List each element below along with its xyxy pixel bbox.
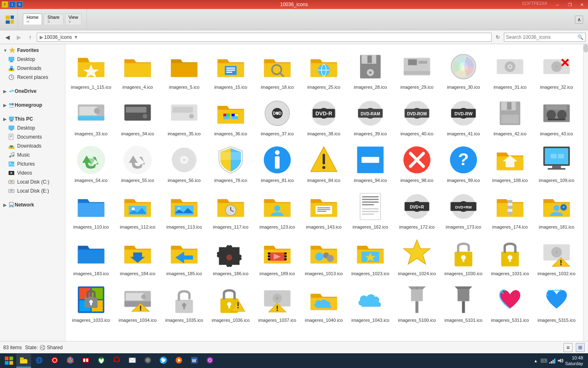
- icon-item-imageres-28-ico[interactable]: imageres_28.ico: [348, 47, 393, 92]
- taskbar-item-email[interactable]: [125, 354, 140, 368]
- view-toggle-icons[interactable]: ⊞: [576, 343, 585, 352]
- icon-item-imageres-1013-ico[interactable]: imageres_1013.ico: [301, 234, 346, 279]
- icon-item-imageres-1032-ico[interactable]: imageres_1032.ico: [534, 234, 579, 279]
- icon-item-imageres-5-ico[interactable]: imageres_5.ico: [162, 47, 207, 92]
- sidebar-item-downloads[interactable]: Downloads: [0, 64, 65, 73]
- tray-clock[interactable]: 10:48 Saturday: [565, 355, 583, 367]
- icon-item-imageres-25-ico[interactable]: imageres_25.ico: [301, 47, 346, 92]
- taskbar-item-filezilla[interactable]: [78, 354, 93, 368]
- icon-item-imageres-32-ico[interactable]: imageres_32.ico: [534, 47, 579, 92]
- icon-item-imageres-18-ico[interactable]: imageres_18.ico: [255, 47, 300, 92]
- icon-item-imageres-1-115-ico[interactable]: imageres_1_115.ico: [69, 47, 114, 92]
- icon-item-imageres-183-ico[interactable]: imageres_183.ico: [69, 234, 114, 279]
- icon-item-imageres-181-ico[interactable]: +imageres_181.ico: [534, 187, 579, 232]
- icon-item-imageres-1030-ico[interactable]: imageres_1030.ico: [441, 234, 486, 279]
- close-button[interactable]: ✕: [576, 0, 588, 9]
- taskbar-item-xbox[interactable]: [94, 354, 109, 368]
- icon-item-imageres-35-ico[interactable]: imageres_35.ico: [162, 94, 207, 139]
- taskbar-item-chrome[interactable]: [63, 354, 78, 368]
- icon-item-imageres-143-ico[interactable]: imageres_143.ico: [301, 187, 346, 232]
- start-button[interactable]: [2, 353, 16, 368]
- address-path[interactable]: ▶ 10036_icons ▼: [37, 33, 492, 42]
- sidebar-item-thispc-downloads[interactable]: Downloads: [0, 141, 65, 150]
- icon-item-imageres-15-ico[interactable]: imageres_15.ico: [208, 47, 253, 92]
- icon-item-imageres-1040-ico[interactable]: imageres_1040.ico: [301, 280, 346, 325]
- icon-item-imageres-184-ico[interactable]: imageres_184.ico: [115, 234, 160, 279]
- icon-item-imageres-5101-ico[interactable]: imageres_5101.ico: [441, 280, 486, 325]
- icon-item-imageres-1036-ico[interactable]: imageres_1036.ico: [208, 280, 253, 325]
- icon-item-imageres-1033-ico[interactable]: imageres_1033.ico: [69, 280, 114, 325]
- icon-item-imageres-5311-ico[interactable]: imageres_5311.ico: [488, 280, 532, 325]
- taskbar-item-media[interactable]: [172, 354, 186, 368]
- icon-item-imageres-34-ico[interactable]: imageres_34.ico: [115, 94, 160, 139]
- icon-item-imageres-55-ico[interactable]: imageres_55.ico: [115, 141, 160, 186]
- forward-button[interactable]: ▶: [14, 32, 24, 42]
- sidebar-item-desktop[interactable]: Desktop: [0, 55, 65, 64]
- tray-volume[interactable]: [557, 357, 564, 364]
- icon-item-imageres-1023-ico[interactable]: imageres_1023.ico: [348, 234, 393, 279]
- icon-item-imageres-1043-ico[interactable]: imageres_1043.ico: [348, 280, 393, 325]
- back-button[interactable]: ◀: [2, 32, 12, 42]
- icon-item-imageres-40-ico[interactable]: DVD-ROMimageres_40.ico: [394, 94, 439, 139]
- icon-item-imageres-162-ico[interactable]: imageres_162.ico: [348, 187, 393, 232]
- taskbar-item-explorer[interactable]: [16, 354, 31, 368]
- icon-item-imageres-1031-ico[interactable]: imageres_1031.ico: [488, 234, 532, 279]
- icon-item-imageres-33-ico[interactable]: imageres_33.ico: [69, 94, 114, 139]
- icon-item-imageres-1035-ico[interactable]: imageres_1035.ico: [162, 280, 207, 325]
- sidebar-item-videos[interactable]: Videos: [0, 168, 65, 177]
- taskbar-item-ie[interactable]: [32, 354, 47, 368]
- icon-item-imageres-173-ico[interactable]: DVD+RWimageres_173.ico: [441, 187, 486, 232]
- icon-item-imageres-94-ico[interactable]: imageres_94.ico: [348, 141, 393, 186]
- icon-item-imageres-189-ico[interactable]: imageres_189.ico: [255, 234, 300, 279]
- search-input[interactable]: [506, 34, 576, 40]
- sidebar-item-recent[interactable]: Recent places: [0, 73, 65, 82]
- search-box[interactable]: 🔍: [504, 33, 586, 42]
- icon-item-imageres-29-ico[interactable]: imageres_29.ico: [394, 47, 439, 92]
- sidebar-item-local-c[interactable]: Local Disk (C:): [0, 177, 65, 186]
- icon-item-imageres-186-ico[interactable]: imageres_186.ico: [208, 234, 253, 279]
- sidebar-item-pictures[interactable]: Pictures: [0, 159, 65, 168]
- ribbon-collapse-button[interactable]: ∧: [575, 16, 583, 24]
- tray-network[interactable]: [549, 357, 555, 364]
- tab-view[interactable]: View V: [65, 13, 82, 25]
- icon-item-imageres-1037-ico[interactable]: imageres_1037.ico: [255, 280, 300, 325]
- icon-item-imageres-39-ico[interactable]: DVD-RAMimageres_39.ico: [348, 94, 393, 139]
- sidebar-item-music[interactable]: Music: [0, 150, 65, 159]
- scrollbar[interactable]: [583, 44, 588, 341]
- icon-item-imageres-1034-ico[interactable]: imageres_1034.ico: [115, 280, 160, 325]
- sidebar-item-documents[interactable]: Documents: [0, 132, 65, 141]
- tray-keyboard[interactable]: [541, 357, 547, 364]
- icon-item-imageres-37-ico[interactable]: DVDimageres_37.ico: [255, 94, 300, 139]
- sidebar-item-thispc-desktop[interactable]: Desktop: [0, 123, 65, 132]
- icon-item-imageres-78-ico[interactable]: imageres_78.ico: [208, 141, 253, 186]
- tab-home[interactable]: Home H: [23, 13, 42, 25]
- icon-item-imageres-1024-ico[interactable]: imageres_1024.ico: [394, 234, 439, 279]
- icon-item-imageres-4-ico[interactable]: imageres_4.ico: [115, 47, 160, 92]
- taskbar-item-word[interactable]: W: [187, 354, 202, 368]
- icon-item-imageres-41-ico[interactable]: DVD-RWimageres_41.ico: [441, 94, 486, 139]
- icon-item-imageres-56-ico[interactable]: imageres_56.ico: [162, 141, 207, 186]
- icon-item-imageres-30-ico[interactable]: imageres_30.ico: [441, 47, 486, 92]
- network-header[interactable]: ▶ Network: [0, 200, 65, 209]
- icon-item-imageres-113-ico[interactable]: imageres_113.ico: [162, 187, 207, 232]
- refresh-button[interactable]: ↻: [493, 33, 502, 42]
- icon-item-imageres-117-ico[interactable]: imageres_117.ico: [208, 187, 253, 232]
- icon-item-imageres-99-ico[interactable]: ?imageres_99.ico: [441, 141, 486, 186]
- icon-item-imageres-174-ico[interactable]: imageres_174.ico: [488, 187, 532, 232]
- icon-item-imageres-98-ico[interactable]: imageres_98.ico: [394, 141, 439, 186]
- taskbar-item-app1[interactable]: [140, 354, 155, 368]
- icon-item-imageres-185-ico[interactable]: imageres_185.ico: [162, 234, 207, 279]
- icon-item-imageres-38-ico[interactable]: DVD-Rimageres_38.ico: [301, 94, 346, 139]
- icon-item-imageres-5100-ico[interactable]: imageres_5100.ico: [394, 280, 439, 325]
- maximize-button[interactable]: ❐: [564, 0, 576, 9]
- icon-item-imageres-110-ico[interactable]: imageres_110.ico: [69, 187, 114, 232]
- icon-item-imageres-54-ico[interactable]: imageres_54.ico: [69, 141, 114, 186]
- icon-item-imageres-31-ico[interactable]: imageres_31.ico: [488, 47, 532, 92]
- onedrive-header[interactable]: ▶ OneDrive: [0, 87, 65, 96]
- minimize-button[interactable]: –: [551, 0, 564, 9]
- icon-item-imageres-112-ico[interactable]: imageres_112.ico: [115, 187, 160, 232]
- favorites-header[interactable]: ▼ Favorites: [0, 46, 65, 55]
- sidebar-item-local-e[interactable]: Local Disk (E:): [0, 186, 65, 195]
- icon-item-imageres-36-ico[interactable]: imageres_36.ico: [208, 94, 253, 139]
- tray-expand[interactable]: ▲: [532, 357, 539, 364]
